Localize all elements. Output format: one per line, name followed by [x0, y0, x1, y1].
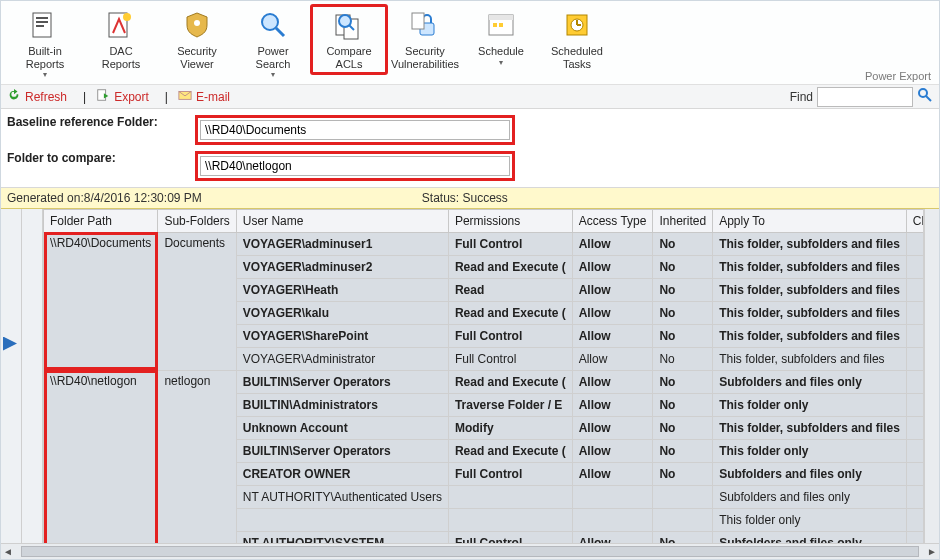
svg-line-26	[926, 96, 931, 101]
search-icon[interactable]	[917, 87, 933, 106]
scroll-left-icon[interactable]: ◄	[1, 544, 15, 558]
apply-to-cell: Subfolders and files only	[713, 462, 907, 485]
user-name-cell: VOYAGER\Heath	[236, 278, 448, 301]
column-header-change-type[interactable]: Change Type	[906, 209, 924, 232]
ribbon-item-label: Scheduled Tasks	[551, 45, 603, 70]
svg-point-7	[262, 14, 278, 30]
ribbon-item-label: Security Vulnerabilities	[391, 45, 459, 70]
apply-to-cell: Subfolders and files only	[713, 485, 907, 508]
ribbon-built-in-reports-button[interactable]: Built-in Reports▾	[7, 5, 83, 83]
user-name-cell: VOYAGER\kalu	[236, 301, 448, 324]
change-type-cell	[906, 393, 924, 416]
user-name-cell: BUILTIN\Administrators	[236, 393, 448, 416]
app-window: Built-in Reports▾DAC ReportsSecurity Vie…	[0, 0, 940, 560]
access-type-cell: Allow	[572, 301, 653, 324]
scroll-right-icon[interactable]: ►	[925, 544, 939, 558]
apply-to-cell: This folder only	[713, 393, 907, 416]
inherited-cell: No	[653, 370, 713, 393]
ribbon-item-label: Built-in Reports	[26, 45, 65, 70]
status-text: Status: Success	[422, 191, 508, 205]
schedule-icon	[485, 9, 517, 41]
inherited-cell: No	[653, 462, 713, 485]
horizontal-scrollbar[interactable]: ◄ ►	[1, 543, 939, 559]
inherited-cell: No	[653, 416, 713, 439]
security-viewer-icon	[181, 9, 213, 41]
permissions-cell: Full Control	[448, 462, 572, 485]
ribbon-security-viewer-button[interactable]: Security Viewer	[159, 5, 235, 74]
ribbon-scheduled-tasks-button[interactable]: Scheduled Tasks	[539, 5, 615, 74]
generated-on: Generated on:8/4/2016 12:30:09 PM	[7, 191, 202, 205]
export-label: Export	[114, 90, 149, 104]
column-header-access-type[interactable]: Access Type	[572, 209, 653, 232]
dropdown-indicator-icon: ▾	[271, 70, 275, 79]
vertical-scrollbar[interactable]	[924, 209, 939, 543]
inherited-cell: No	[653, 301, 713, 324]
find-zone: Find	[790, 87, 933, 107]
compare-label: Folder to compare:	[7, 151, 195, 181]
table-row[interactable]: \\RD40\netlogonnetlogonBUILTIN\Server Op…	[44, 370, 925, 393]
column-header-apply-to[interactable]: Apply To	[713, 209, 907, 232]
results-grid[interactable]: Folder PathSub-FoldersUser NamePermissio…	[43, 209, 924, 543]
baseline-folder-input[interactable]	[200, 120, 510, 140]
permissions-cell	[448, 485, 572, 508]
inherited-cell: No	[653, 439, 713, 462]
user-name-cell: NT AUTHORITY\Authenticated Users	[236, 485, 448, 508]
dac-reports-icon	[105, 9, 137, 41]
change-type-cell	[906, 485, 924, 508]
ribbon-item-label: Security Viewer	[177, 45, 217, 70]
compare-folder-input[interactable]	[200, 156, 510, 176]
user-name-cell: BUILTIN\Server Operators	[236, 370, 448, 393]
change-type-cell	[906, 301, 924, 324]
refresh-button[interactable]: Refresh	[7, 88, 67, 105]
ribbon-dac-reports-button[interactable]: DAC Reports	[83, 5, 159, 74]
column-header-user-name[interactable]: User Name	[236, 209, 448, 232]
svg-rect-18	[499, 23, 503, 27]
find-label: Find	[790, 90, 813, 104]
svg-point-6	[194, 20, 200, 26]
apply-to-cell: This folder only	[713, 508, 907, 531]
apply-to-cell: This folder, subfolders and files	[713, 416, 907, 439]
user-name-cell: NT AUTHORITY\SYSTEM	[236, 531, 448, 542]
change-type-cell	[906, 462, 924, 485]
refresh-label: Refresh	[25, 90, 67, 104]
ribbon-item-label: Schedule	[478, 45, 524, 58]
permissions-cell: Full Control	[448, 347, 572, 370]
permissions-cell: Read and Execute (	[448, 301, 572, 324]
change-type-cell	[906, 370, 924, 393]
column-header-permissions[interactable]: Permissions	[448, 209, 572, 232]
change-type-cell	[906, 439, 924, 462]
inherited-cell	[653, 508, 713, 531]
access-type-cell	[572, 485, 653, 508]
column-header-inherited[interactable]: Inherited	[653, 209, 713, 232]
ribbon-schedule-button[interactable]: Schedule▾	[463, 5, 539, 71]
ribbon-item-label: DAC Reports	[102, 45, 141, 70]
column-header-folder-path[interactable]: Folder Path	[44, 209, 158, 232]
ribbon-security-vulnerabilities-button[interactable]: Security Vulnerabilities	[387, 5, 463, 74]
export-button[interactable]: Export	[96, 88, 149, 105]
table-row[interactable]: \\RD40\DocumentsDocumentsVOYAGER\adminus…	[44, 232, 925, 255]
separator: |	[165, 90, 168, 104]
inherited-cell: No	[653, 232, 713, 255]
permissions-cell: Read	[448, 278, 572, 301]
folder-path-cell: \\RD40\netlogon	[44, 370, 158, 542]
access-type-cell	[572, 508, 653, 531]
ribbon-compare-acls-button[interactable]: Compare ACLs	[311, 5, 387, 74]
apply-to-cell: Subfolders and files only	[713, 531, 907, 542]
grid-area: Folder PathSub-FoldersUser NamePermissio…	[1, 209, 939, 543]
ribbon-group-label: Power Export	[865, 70, 931, 82]
dropdown-indicator-icon: ▾	[43, 70, 47, 79]
scroll-thumb[interactable]	[21, 546, 919, 557]
sub-folder-cell: Documents	[158, 232, 236, 370]
ribbon-power-search-button[interactable]: Power Search▾	[235, 5, 311, 83]
ribbon-toolbar: Built-in Reports▾DAC ReportsSecurity Vie…	[1, 1, 939, 85]
column-header-sub-folders[interactable]: Sub-Folders	[158, 209, 236, 232]
access-type-cell: Allow	[572, 232, 653, 255]
find-input[interactable]	[817, 87, 913, 107]
permissions-cell: Read and Execute (	[448, 370, 572, 393]
access-type-cell: Allow	[572, 393, 653, 416]
svg-rect-1	[36, 17, 48, 19]
apply-to-cell: This folder, subfolders and files	[713, 324, 907, 347]
scheduled-tasks-icon	[561, 9, 593, 41]
email-button[interactable]: E-mail	[178, 88, 230, 105]
apply-to-cell: This folder, subfolders and files	[713, 278, 907, 301]
